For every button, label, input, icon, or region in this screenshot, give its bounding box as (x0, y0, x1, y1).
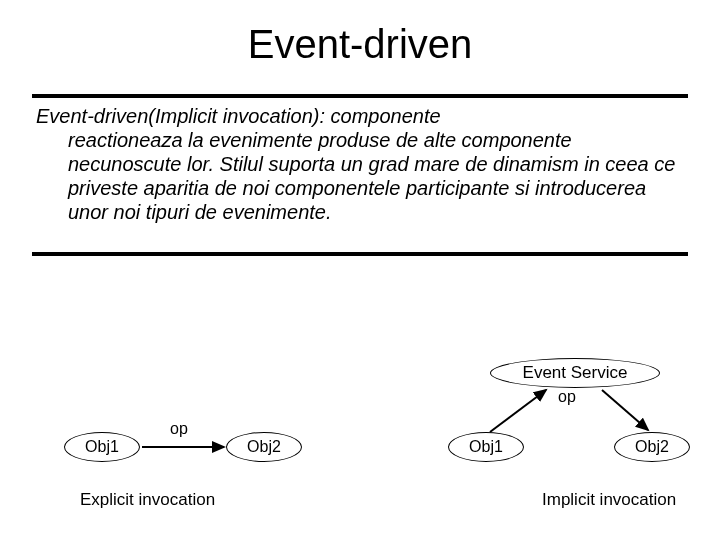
caption-implicit: Implicit invocation (542, 490, 676, 510)
op-label-left: op (170, 420, 188, 438)
event-service-node: Event Service (490, 358, 660, 388)
divider-top (32, 94, 688, 98)
arrow-service-to-obj2 (602, 390, 648, 430)
body-lead: Event-driven(Implicit invocation): compo… (36, 105, 441, 127)
caption-explicit: Explicit invocation (80, 490, 215, 510)
op-label-right: op (558, 388, 576, 406)
slide: Event-driven Event-driven(Implicit invoc… (0, 0, 720, 540)
right-obj1-node: Obj1 (448, 432, 524, 462)
body-text: Event-driven(Implicit invocation): compo… (36, 104, 684, 224)
slide-title: Event-driven (0, 22, 720, 67)
divider-bottom (32, 252, 688, 256)
left-obj1-node: Obj1 (64, 432, 140, 462)
right-obj2-node: Obj2 (614, 432, 690, 462)
arrow-obj1-to-service (490, 390, 546, 432)
body-rest: reactioneaza la evenimente produse de al… (36, 128, 684, 224)
left-obj2-node: Obj2 (226, 432, 302, 462)
